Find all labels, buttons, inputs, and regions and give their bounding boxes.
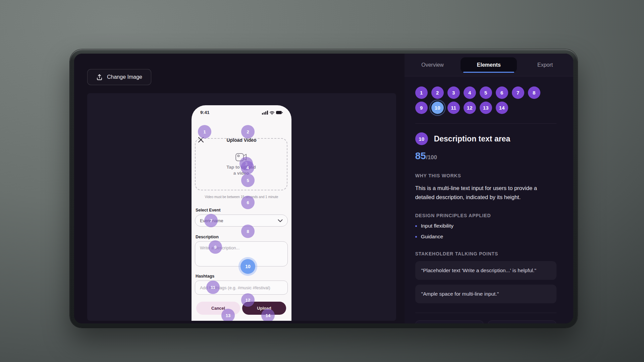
prev-element-card[interactable] <box>415 320 484 323</box>
stakeholder-heading: STAKEHOLDER TALKING POINTS <box>415 251 556 256</box>
annotation-marker-1[interactable]: 1 <box>198 125 211 138</box>
element-chip-4[interactable]: 4 <box>464 86 476 99</box>
principle-item: Input flexibility <box>415 223 556 229</box>
element-chip-2[interactable]: 2 <box>431 86 444 99</box>
annotation-marker-9[interactable]: 9 <box>209 240 222 254</box>
annotation-marker-5[interactable]: 5 <box>241 174 255 187</box>
element-number-badge: 10 <box>415 132 428 145</box>
annotation-marker-6[interactable]: 6 <box>241 196 255 209</box>
chevron-down-icon <box>278 219 283 222</box>
panel-body: 1234567891011121314 10 Description text … <box>405 76 573 323</box>
element-chip-13[interactable]: 13 <box>480 102 492 114</box>
canvas-area: Change Image 9:41 <box>74 54 405 323</box>
select-event-label: Select Event <box>196 208 220 213</box>
annotation-marker-13[interactable]: 13 <box>221 309 235 321</box>
element-chip-11[interactable]: 11 <box>447 102 460 114</box>
element-header: 10 Description text area <box>415 132 556 145</box>
score-denominator: /100 <box>426 154 437 161</box>
divider <box>415 313 556 313</box>
element-chip-5[interactable]: 5 <box>480 86 492 99</box>
annotation-marker-11[interactable]: 11 <box>206 281 220 294</box>
element-chip-9[interactable]: 9 <box>415 102 428 114</box>
upload-icon <box>96 74 103 80</box>
annotation-marker-7[interactable]: 7 <box>204 214 218 227</box>
quote-card: "Ample space for multi-line input." <box>415 285 556 303</box>
annotation-marker-4[interactable]: 4 <box>241 161 254 174</box>
principle-label: Guidance <box>421 234 443 240</box>
video-duration-helper: Video must be between 15 seconds and 1 m… <box>192 195 291 199</box>
hashtags-label: Hashtags <box>196 274 214 279</box>
change-image-button[interactable]: Change Image <box>87 69 151 85</box>
element-chip-10[interactable]: 10 <box>431 102 444 114</box>
element-chip-14[interactable]: 14 <box>496 102 508 114</box>
phone-status-bar: 9:41 <box>192 110 291 115</box>
tab-export[interactable]: Export <box>517 57 573 73</box>
next-element-card[interactable] <box>488 320 556 323</box>
divider <box>415 123 556 124</box>
annotation-marker-8[interactable]: 8 <box>241 225 255 238</box>
element-chip-grid: 1234567891011121314 <box>415 86 556 114</box>
element-chip-3[interactable]: 3 <box>447 86 460 99</box>
bullet-dot <box>415 236 417 238</box>
element-title: Description text area <box>434 134 511 143</box>
score-value: 85 <box>415 150 426 161</box>
status-icons <box>262 110 283 115</box>
element-chip-7[interactable]: 7 <box>512 86 524 99</box>
panel-tabbar: OverviewElementsExport <box>405 54 573 76</box>
description-label: Description <box>196 235 219 239</box>
stakeholder-quotes: "Placeholder text 'Write a description..… <box>415 261 556 303</box>
why-this-works-text: This is a multi-line text input for user… <box>415 184 556 201</box>
screenshot-preview: 9:41 <box>87 93 396 321</box>
annotation-marker-10[interactable]: 10 <box>240 259 255 274</box>
quote-card: "Placeholder text 'Write a description..… <box>415 261 556 280</box>
element-chip-8[interactable]: 8 <box>528 86 540 99</box>
design-principles-heading: DESIGN PRINCIPLES APPLIED <box>415 213 556 218</box>
principle-label: Input flexibility <box>421 223 453 229</box>
annotation-marker-2[interactable]: 2 <box>241 125 255 138</box>
why-this-works-heading: WHY THIS WORKS <box>415 173 556 178</box>
principle-item: Guidance <box>415 234 556 240</box>
element-score: 85/100 <box>415 150 556 162</box>
element-chip-12[interactable]: 12 <box>464 102 476 114</box>
pager-cards-row <box>415 320 556 323</box>
tablet-device-frame: Change Image 9:41 <box>70 49 578 328</box>
tab-elements[interactable]: Elements <box>461 57 517 73</box>
design-principles-list: Input flexibilityGuidance <box>415 223 556 240</box>
element-chip-1[interactable]: 1 <box>415 86 428 99</box>
app-screen: Change Image 9:41 <box>74 54 573 323</box>
annotation-marker-12[interactable]: 12 <box>241 293 255 307</box>
tab-overview[interactable]: Overview <box>405 57 461 73</box>
element-chip-6[interactable]: 6 <box>496 86 508 99</box>
bullet-dot <box>415 225 417 227</box>
change-image-label: Change Image <box>107 74 142 80</box>
inspector-panel: OverviewElementsExport 12345678910111213… <box>405 54 573 323</box>
annotation-marker-14[interactable]: 14 <box>261 309 275 321</box>
status-time: 9:41 <box>200 110 210 115</box>
